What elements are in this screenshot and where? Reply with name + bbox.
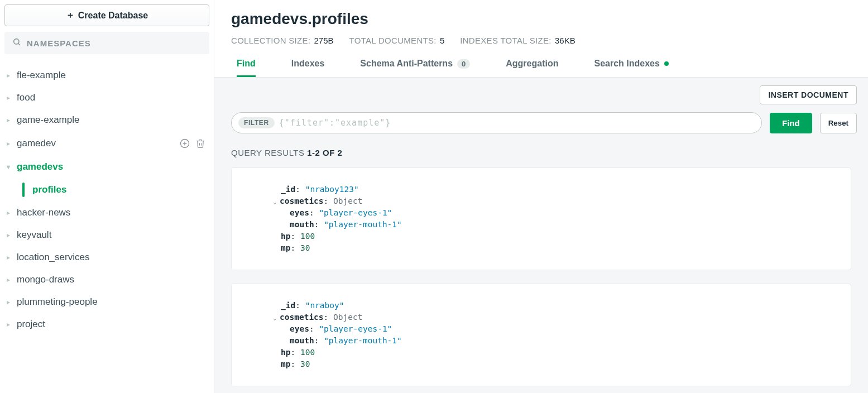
search-icon <box>12 37 21 49</box>
database-item-food[interactable]: ▸food <box>4 87 209 109</box>
tab-label: Schema Anti-Patterns <box>360 59 453 69</box>
toolbar: INSERT DOCUMENT <box>214 78 868 112</box>
database-item-hacker-news[interactable]: ▸hacker-news <box>4 202 209 224</box>
plus-icon: ＋ <box>66 9 75 21</box>
database-item-mongo-draws[interactable]: ▸mongo-draws <box>4 269 209 291</box>
document-card[interactable]: _id: "nraboy"⌄cosmetics: Objecteyes: "pl… <box>231 284 851 386</box>
insert-document-button[interactable]: INSERT DOCUMENT <box>760 85 857 104</box>
namespace-search-input[interactable] <box>27 39 202 48</box>
tab-aggregation[interactable]: Aggregation <box>506 54 558 77</box>
database-name: food <box>17 92 35 103</box>
database-name: fle-example <box>17 70 66 81</box>
chevron-right-icon: ▸ <box>7 298 17 306</box>
database-name: gamedev <box>17 138 56 149</box>
database-item-project[interactable]: ▸project <box>4 313 209 336</box>
tab-search-indexes[interactable]: Search Indexes <box>594 54 668 77</box>
status-dot-icon <box>664 61 669 66</box>
tab-label: Find <box>237 59 256 69</box>
tab-schema-anti-patterns[interactable]: Schema Anti-Patterns0 <box>360 54 470 77</box>
badge-count: 0 <box>457 59 470 69</box>
main-panel: gamedevs.profiles COLLECTION SIZE: 275B … <box>214 0 868 393</box>
database-item-fle-example[interactable]: ▸fle-example <box>4 64 209 87</box>
chevron-right-icon: ▸ <box>7 71 17 79</box>
database-name: plummeting-people <box>17 296 98 308</box>
chevron-right-icon: ▸ <box>7 94 17 102</box>
database-item-location_services[interactable]: ▸location_services <box>4 246 209 269</box>
tab-label: Aggregation <box>506 59 558 69</box>
database-name: gamedevs <box>17 161 63 172</box>
chevron-right-icon: ▸ <box>7 116 17 124</box>
chevron-down-icon[interactable]: ⌄ <box>273 198 280 207</box>
collection-stats: COLLECTION SIZE: 275B TOTAL DOCUMENTS: 5… <box>231 36 851 45</box>
add-collection-icon[interactable] <box>178 137 191 150</box>
database-tree: ▸fle-example▸food▸game-example▸gamedev▾g… <box>4 64 209 336</box>
tabs: FindIndexesSchema Anti-Patterns0Aggregat… <box>231 54 851 77</box>
chevron-right-icon: ▸ <box>7 276 17 284</box>
results-area: QUERY RESULTS 1-2 OF 2 _id: "nraboy123"⌄… <box>214 145 868 393</box>
create-database-button[interactable]: ＋ Create Database <box>4 4 209 26</box>
chevron-down-icon: ▾ <box>7 163 17 171</box>
chevron-right-icon: ▸ <box>7 209 17 217</box>
svg-point-0 <box>14 39 19 44</box>
collection-title: gamedevs.profiles <box>231 10 851 28</box>
chevron-right-icon: ▸ <box>7 320 17 328</box>
database-item-game-example[interactable]: ▸game-example <box>4 109 209 131</box>
database-item-gamedev[interactable]: ▸gamedev <box>4 131 209 156</box>
database-item-gamedevs[interactable]: ▾gamedevs <box>4 156 209 178</box>
create-database-label: Create Database <box>78 11 148 21</box>
collection-item-profiles[interactable]: profiles <box>20 178 209 202</box>
database-name: project <box>17 319 45 330</box>
filter-box[interactable]: FILTER <box>231 112 762 133</box>
find-button[interactable]: Find <box>770 113 812 133</box>
svg-line-1 <box>18 44 20 45</box>
database-name: location_services <box>17 252 89 263</box>
chevron-down-icon[interactable]: ⌄ <box>273 314 280 323</box>
tab-label: Indexes <box>291 59 325 69</box>
database-name: keyvault <box>17 229 51 241</box>
reset-button[interactable]: Reset <box>820 113 857 133</box>
database-item-plummeting-people[interactable]: ▸plummeting-people <box>4 291 209 313</box>
filter-input[interactable] <box>279 118 755 128</box>
namespace-search[interactable] <box>4 32 209 54</box>
tab-label: Search Indexes <box>594 59 659 69</box>
document-card[interactable]: _id: "nraboy123"⌄cosmetics: Objecteyes: … <box>231 167 851 270</box>
stat-collection-size: COLLECTION SIZE: 275B <box>231 36 334 45</box>
trash-icon[interactable] <box>194 137 207 150</box>
database-name: mongo-draws <box>17 274 74 285</box>
query-bar: FILTER Find Reset <box>214 112 868 145</box>
tab-find[interactable]: Find <box>237 54 256 77</box>
database-name: hacker-news <box>17 207 70 218</box>
header: gamedevs.profiles COLLECTION SIZE: 275B … <box>214 0 868 78</box>
stat-index-size: INDEXES TOTAL SIZE: 36KB <box>460 36 575 45</box>
stat-total-docs: TOTAL DOCUMENTS: 5 <box>349 36 445 45</box>
chevron-right-icon: ▸ <box>7 231 17 239</box>
sidebar: ＋ Create Database ▸fle-example▸food▸game… <box>0 0 214 393</box>
filter-pill: FILTER <box>238 117 275 128</box>
chevron-right-icon: ▸ <box>7 140 17 147</box>
chevron-right-icon: ▸ <box>7 253 17 261</box>
tab-indexes[interactable]: Indexes <box>291 54 325 77</box>
database-name: game-example <box>17 114 79 126</box>
database-item-keyvault[interactable]: ▸keyvault <box>4 224 209 246</box>
results-label: QUERY RESULTS 1-2 OF 2 <box>231 148 851 157</box>
